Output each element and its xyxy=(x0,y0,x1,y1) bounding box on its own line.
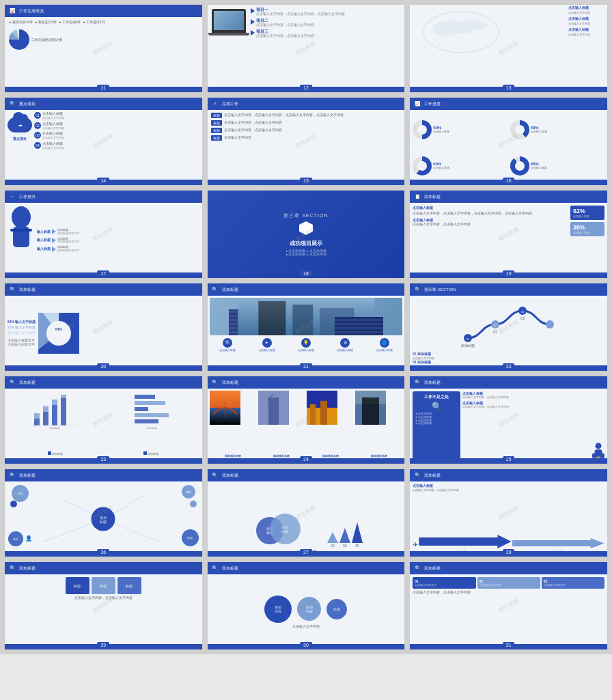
slide-25: 🔍 添加标题 工作不足之处 🔍 ● 点击添加项● 点击添加项● 点击添加项● 点… xyxy=(409,376,608,464)
slide-18-chapter: 第三章 SECTION xyxy=(283,212,328,219)
slide-21-number: 21 xyxy=(300,363,312,369)
slide-30-icon: 🔍 xyxy=(210,563,220,573)
svg-rect-35 xyxy=(135,395,155,399)
slide-12-number: 12 xyxy=(300,85,312,91)
slide-21-icons: 🔍 点击输入标题 ✈ 点击输入标题 💡 点击输入标题 ⚙ 点击输入标题 xyxy=(210,337,403,353)
svg-rect-29 xyxy=(52,405,57,425)
slide-18-items: ● 点击添加项 ● 点击添加项● 点击添加项 ● 点击添加项 xyxy=(279,249,333,256)
slide-14-content: ☁ 重点项目 01 点击输入标题点击输入文字内容 02 点击输入标题点击输入文字… xyxy=(5,110,202,185)
slide-25-content-right: 点击输入标题 点击输入文字内容，点击输入文字内容 点击输入标题 点击输入文字内容… xyxy=(462,391,604,461)
slide-22-header: 🔍 第四章 SECTION xyxy=(410,283,607,296)
slide-26: 🔍 添加标题 添加标题 添加 添加 添加 添加 xyxy=(4,468,203,557)
slide-18: 第三章 SECTION 成功项目展示 ● 点击添加项 ● 点击添加项● 点击添加… xyxy=(207,190,406,279)
svg-rect-48 xyxy=(320,401,327,425)
svg-text:64%: 64% xyxy=(55,327,63,331)
slide-29-title: 添加标题 xyxy=(19,565,36,572)
slide-24-header: 🔍 添加标题 xyxy=(208,376,405,389)
slide-27-bubbles: 添加标题 添加标题 20 50 xyxy=(210,484,402,548)
slide-28: 🔍 添加标题 点击输入标签 点击输入文字内容，点击输入文字内容 ✈ xyxy=(409,468,608,557)
slide-11-title: 工作完成情况 xyxy=(19,8,44,14)
slide-21-content: 🔍 点击输入标题 ✈ 点击输入标题 💡 点击输入标题 ⚙ 点击输入标题 xyxy=(208,296,405,371)
slide-15-item4: 标题 点击输入文字内容 xyxy=(211,135,402,141)
slide-18-hexagon xyxy=(299,221,313,235)
svg-point-1 xyxy=(12,206,31,228)
slide-27-content: 添加标题 添加标题 20 50 xyxy=(208,481,405,557)
slide-25-number: 25 xyxy=(503,456,515,462)
slide-12-content: 项目一 点击输入文字内容，点击输入文字内容，点击输入文字内容 项目二 点击输入文… xyxy=(208,5,405,92)
slide-19-content: 点击输入标题 点击输入文字内容，点击输入文字内容，点击输入文字内容，点击输入文字… xyxy=(410,203,607,278)
slide-grid: 📊 工作完成情况 ● 项目完成42件 ● 项目进行5件 ● 工作完成1件 ● 工… xyxy=(0,0,612,654)
slide-24-icon: 🔍 xyxy=(210,378,220,387)
svg-text:03: 03 xyxy=(520,316,525,320)
slide-15-item2: 标题 点击输入文字内容，点击输入文字内容 xyxy=(211,120,402,126)
slide-31-text: 点击输入文字内容，点击输入文字内容 xyxy=(413,591,604,595)
slide-22-number: 22 xyxy=(503,363,515,369)
slide-16-title: 工作进度 xyxy=(424,101,441,107)
slide-11-header: 📊 工作完成情况 xyxy=(5,5,202,17)
slide-20-title: 添加标题 xyxy=(19,287,36,293)
slide-16-donut1 xyxy=(413,120,432,139)
slide-15: ✓ 完成工作 标题 点击输入文字内容，点击输入文字内容，点击输入文字内容，点击输… xyxy=(207,97,406,186)
slide-15-header: ✓ 完成工作 xyxy=(208,98,405,110)
slide-21-title: 添加标题 xyxy=(222,287,238,293)
slide-17-head xyxy=(8,205,35,276)
slide-29-header: 🔍 添加标题 xyxy=(5,562,202,574)
slide-19: 📋 添加标题 点击输入标题 点击输入文字内容，点击输入文字内容，点击输入文字内容… xyxy=(409,190,608,279)
svg-rect-30 xyxy=(52,400,57,405)
slide-27-title: 添加标题 xyxy=(222,473,238,479)
svg-point-18 xyxy=(546,320,554,328)
svg-rect-26 xyxy=(34,413,40,419)
slide-16-donut2 xyxy=(510,120,529,139)
slide-15-item1: 标题 点击输入文字内容，点击输入文字内容，点击输入文字内容，点击输入文字内容 xyxy=(211,113,402,118)
slide-26-gear2 xyxy=(190,501,197,508)
slide-21-header: 🔍 添加标题 xyxy=(208,283,405,296)
slide-18-title: 成功项目展示 xyxy=(290,240,322,247)
svg-text:01: 01 xyxy=(466,337,469,341)
slide-28-text: 点击输入标签 点击输入文字内容，点击输入文字内容 xyxy=(413,484,604,492)
slide-14-number: 14 xyxy=(97,178,109,184)
svg-text:02: 02 xyxy=(493,324,497,327)
svg-text:01: 01 xyxy=(520,310,524,313)
slide-22-title: 第四章 SECTION xyxy=(424,287,456,293)
slide-24: 🔍 添加标题 xyxy=(207,376,406,464)
slide-28-header: 🔍 添加标题 xyxy=(410,469,607,481)
slide-23-chart2: 添加标题 xyxy=(105,391,199,461)
svg-text:02: 02 xyxy=(493,330,497,334)
slide-16-header: 📈 工作进度 xyxy=(410,98,607,110)
slide-28-content: 点击输入标签 点击输入文字内容，点击输入文字内容 ✈ 添加标题 添加标题 xyxy=(410,481,607,557)
slide-13: 点击输入标题 点击输入文字内容 点击输入标题 点击输入文字内容 点击输入标题 点… xyxy=(409,4,608,93)
slide-17-content: 输入标题 添加标题 添加标题内容文字 输入标题 添加标题 添加标题内容文字 xyxy=(5,203,202,278)
slide-14-icon: 🔍 xyxy=(8,99,17,109)
slide-24-number: 24 xyxy=(300,456,312,462)
slide-15-content: 标题 点击输入文字内容，点击输入文字内容，点击输入文字内容，点击输入文字内容 标… xyxy=(208,110,405,185)
svg-rect-39 xyxy=(135,419,158,423)
slide-11-content: ● 项目完成42件 ● 项目进行5件 ● 工作完成1件 ● 工作进行1件 工作完… xyxy=(5,17,202,92)
slide-17-title: 工作推升 xyxy=(19,194,36,200)
slide-11-item1: ● 项目完成42件 xyxy=(9,20,33,24)
slide-16-donut4 xyxy=(510,156,529,176)
slide-19-number: 19 xyxy=(503,270,515,277)
slide-18-content: 第三章 SECTION 成功项目展示 ● 点击添加项 ● 点击添加项● 点击添加… xyxy=(208,191,405,278)
slide-14: 🔍 重点项目 ☁ 重点项目 01 点击输入标题点击输入文字内容 02 xyxy=(4,97,203,186)
svg-rect-44 xyxy=(268,397,279,425)
svg-rect-13 xyxy=(292,305,313,335)
slide-13-items: 点击输入标题 点击输入文字内容 点击输入标题 点击输入文字内容 点击输入标题 点… xyxy=(568,6,606,36)
slide-25-content: 工作不足之处 🔍 ● 点击添加项● 点击添加项● 点击添加项● 点击添加项 点击… xyxy=(410,389,607,464)
slide-13-content: 点击输入标题 点击输入文字内容 点击输入标题 点击输入文字内容 点击输入标题 点… xyxy=(410,5,607,92)
slide-29-content: 标题 标题 标题 点击输入文字内容，点击输入文字内容 xyxy=(5,574,202,649)
slide-21-photo xyxy=(210,298,403,335)
slide-25-title: 添加标题 xyxy=(424,380,441,386)
slide-21-icon: 🔍 xyxy=(210,285,220,294)
slide-26-number: 26 xyxy=(97,549,109,555)
svg-rect-25 xyxy=(34,419,40,425)
slide-11-icon: 📊 xyxy=(8,6,17,16)
slide-17-header: → 工作推升 xyxy=(5,191,202,203)
slide-12-items: 项目一 点击输入文字内容，点击输入文字内容，点击输入文字内容 项目二 点击输入文… xyxy=(251,8,402,38)
slide-29-text: 点击输入文字内容，点击输入文字内容 xyxy=(8,596,199,600)
slide-31-number: 31 xyxy=(503,642,515,648)
slide-18-number: 18 xyxy=(300,270,312,277)
slide-24-content: 添加项目名称 添加项目名称 添加项目名称 添加项目名称 点击输入内容 点击输入内… xyxy=(208,389,405,464)
slide-30-content: 添加内容 添加内容 添加 点击输入文字内容 xyxy=(208,574,405,649)
slide-26-header: 🔍 添加标题 xyxy=(5,469,202,481)
slide-31-title: 添加标题 xyxy=(424,565,441,572)
